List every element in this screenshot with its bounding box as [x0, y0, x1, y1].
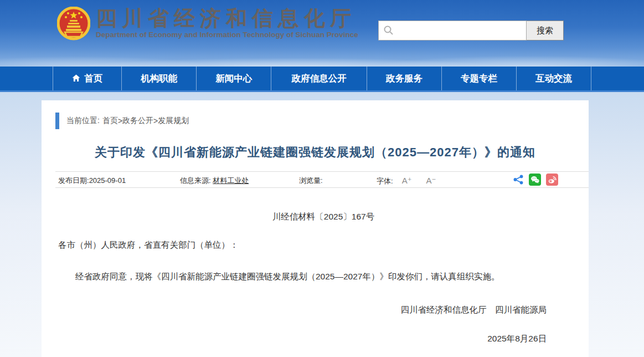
view-count-label: 浏览量: [299, 176, 323, 185]
search-area: 搜索 [378, 21, 564, 40]
search-icon [383, 25, 394, 36]
font-increase-button[interactable]: A⁺ [402, 176, 412, 185]
publish-date: 发布日期:2025-09-01 [58, 176, 126, 186]
breadcrumb-separator: > [153, 116, 158, 125]
search-button[interactable]: 搜索 [527, 21, 564, 40]
article-title: 关于印发《四川省新能源产业链建圈强链发展规划（2025—2027年）》的通知 [42, 144, 589, 161]
font-decrease-button[interactable]: A⁻ [426, 176, 436, 185]
site-banner: 四川省经济和信息化厅 Department of Economy and Inf… [0, 0, 644, 67]
article-meta-bar: 发布日期:2025-09-01 信息来源: 材料工业处 浏览量: 字体:A⁺A⁻ [55, 171, 589, 188]
main-nav-inner: 首页 机构职能 新闻中心 政府信息公开 政务服务 专题专栏 互动交流 [53, 67, 591, 90]
font-size-label: 字体: [377, 177, 393, 185]
nav-item-topics[interactable]: 专题专栏 [441, 67, 516, 90]
document-salutation: 各市（州）人民政府，省直有关部门（单位）： [58, 239, 589, 251]
weibo-share-button[interactable] [546, 174, 558, 186]
nav-item-label: 互动交流 [535, 73, 572, 85]
info-source-label: 信息来源: [180, 176, 211, 185]
breadcrumb: 当前位置: 首页 > 政务公开 > 发展规划 [42, 100, 589, 129]
site-brand: 四川省经济和信息化厅 Department of Economy and Inf… [57, 7, 358, 41]
breadcrumb-accent-bar [55, 113, 59, 129]
nav-item-label: 专题专栏 [461, 73, 497, 85]
main-nav: 首页 机构职能 新闻中心 政府信息公开 政务服务 专题专栏 互动交流 [0, 67, 644, 92]
breadcrumb-link-dev-plan[interactable]: 发展规划 [158, 116, 189, 126]
nav-item-label: 新闻中心 [215, 73, 252, 85]
nav-item-label: 政府信息公开 [292, 73, 347, 85]
share-buttons [513, 174, 558, 186]
publish-date-label: 发布日期: [58, 176, 89, 185]
page: { "header": { "site_name_cn": "四川省经济和信息化… [0, 0, 644, 357]
site-title-block: 四川省经济和信息化厅 Department of Economy and Inf… [96, 7, 358, 39]
document-number: 川经信材料〔2025〕167号 [58, 211, 589, 223]
site-title-en: Department of Economy and Information Te… [96, 30, 358, 39]
info-source: 信息来源: 材料工业处 [180, 176, 249, 186]
content-panel: 当前位置: 首页 > 政务公开 > 发展规划 关于印发《四川省新能源产业链建圈强… [42, 100, 589, 357]
nav-item-news[interactable]: 新闻中心 [196, 67, 271, 90]
nav-item-services[interactable]: 政务服务 [367, 67, 441, 90]
home-icon [72, 74, 80, 82]
weibo-icon [547, 175, 557, 185]
nav-item-home[interactable]: 首页 [53, 67, 121, 90]
share-button[interactable] [513, 175, 524, 185]
search-input-wrap [378, 21, 527, 40]
breadcrumb-separator: > [118, 116, 122, 125]
document-body: 川经信材料〔2025〕167号 各市（州）人民政府，省直有关部门（单位）： 经省… [58, 211, 589, 345]
font-size-control: 字体:A⁺A⁻ [377, 176, 436, 186]
document-paragraph: 经省政府同意，现将《四川省新能源产业链建圈强链发展规划（2025—2027年）》… [58, 271, 589, 283]
publish-date-value: 2025-09-01 [89, 176, 126, 185]
nav-item-gov-info[interactable]: 政府信息公开 [271, 67, 367, 90]
nav-item-label: 机构职能 [141, 73, 177, 85]
breadcrumb-link-home[interactable]: 首页 [102, 116, 118, 126]
info-source-link[interactable]: 材料工业处 [213, 176, 249, 185]
share-nodes-icon [513, 175, 524, 185]
nav-item-org[interactable]: 机构职能 [121, 67, 196, 90]
view-count: 浏览量: [299, 176, 323, 186]
site-title-cn: 四川省经济和信息化厅 [96, 7, 358, 30]
breadcrumb-label: 当前位置: [66, 116, 100, 126]
national-emblem-icon [57, 7, 90, 41]
nav-item-interaction[interactable]: 互动交流 [516, 67, 591, 90]
document-date: 2025年8月26日 [58, 333, 589, 345]
nav-item-label: 首页 [84, 73, 102, 85]
wechat-icon [530, 175, 540, 185]
breadcrumb-link-gov-open[interactable]: 政务公开 [122, 116, 153, 126]
nav-item-label: 政务服务 [386, 73, 423, 85]
breadcrumb-trail: 当前位置: 首页 > 政务公开 > 发展规划 [66, 116, 189, 126]
wechat-share-button[interactable] [529, 174, 541, 186]
document-signature: 四川省经济和信息化厅 四川省能源局 [58, 304, 589, 316]
search-input[interactable] [378, 21, 527, 40]
